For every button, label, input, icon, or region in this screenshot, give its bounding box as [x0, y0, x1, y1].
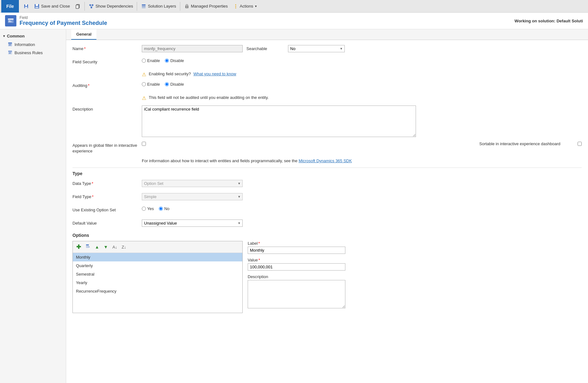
svg-rect-5 — [35, 7, 38, 8]
auditing-required: * — [88, 83, 89, 88]
option-detail-panel: Label* Value* Des — [248, 241, 582, 313]
toolbar: File Save and Close Show Dependencies So… — [0, 0, 588, 13]
svg-point-20 — [235, 6, 236, 7]
show-dependencies-button[interactable]: Show Dependencies — [86, 1, 135, 12]
option-value-input[interactable] — [248, 263, 345, 271]
edit-option-button[interactable] — [84, 243, 92, 251]
searchable-select[interactable]: No Yes — [288, 45, 345, 52]
auditing-enable-radio[interactable] — [142, 82, 146, 86]
options-list-panel: ✚ ▲ ▼ — [72, 241, 243, 313]
option-label-input[interactable] — [248, 247, 345, 254]
save-close-button[interactable]: Save and Close — [32, 1, 72, 12]
sort-asc-button[interactable]: A↓ — [111, 244, 119, 250]
field-security-row: Field Security Enable Disable — [72, 58, 582, 67]
auditing-disable[interactable]: Disable — [165, 82, 184, 87]
field-security-enable[interactable]: Enable — [142, 58, 160, 63]
copy-button[interactable] — [72, 1, 83, 12]
list-item[interactable]: RecurrenceFrequency — [73, 287, 242, 295]
solution-layers-button[interactable]: Solution Layers — [138, 1, 179, 12]
sdk-row: For information about how to interact wi… — [72, 158, 582, 163]
description-label: Description — [72, 106, 142, 111]
svg-rect-16 — [142, 7, 146, 8]
edit-option-icon — [85, 244, 90, 250]
list-item[interactable]: Semestral — [73, 270, 242, 278]
file-button[interactable]: File — [1, 0, 19, 13]
sort-desc-icon: Z↓ — [122, 245, 126, 249]
business-rules-icon — [8, 50, 13, 55]
auditing-control: Enable Disable — [142, 82, 582, 87]
description-row: Description iCal compliant recurrence fi… — [72, 106, 582, 137]
sidebar-item-information[interactable]: Information — [0, 40, 66, 49]
sidebar-item-business-rules[interactable]: Business Rules — [0, 49, 66, 57]
field-security-disable-radio[interactable] — [165, 59, 169, 63]
use-existing-yes[interactable]: Yes — [142, 206, 154, 211]
option-description-textarea[interactable] — [248, 280, 345, 308]
working-on-label: Working on solution: Default Soluti — [515, 19, 583, 23]
svg-rect-1 — [25, 4, 27, 6]
field-type-select[interactable]: Simple — [142, 193, 243, 200]
move-down-icon: ▼ — [104, 244, 108, 249]
description-textarea[interactable]: iCal compliant recurrence field — [142, 106, 416, 137]
sep2 — [137, 2, 137, 11]
tab-general[interactable]: General — [71, 29, 96, 40]
entity-name: Frequency of Payment Schedule — [20, 20, 107, 26]
page: Field Frequency of Payment Schedule Work… — [0, 13, 588, 383]
field-security-radio-group: Enable Disable — [142, 58, 184, 63]
option-label-field: Label* — [248, 241, 582, 254]
use-existing-no[interactable]: No — [159, 206, 170, 211]
svg-rect-14 — [142, 4, 146, 5]
appears-row: Appears in global filter in interactive … — [72, 141, 582, 154]
move-up-button[interactable]: ▲ — [93, 243, 101, 250]
default-value-select[interactable]: Unassigned Value Monthly Quarterly Semes… — [142, 220, 243, 227]
use-existing-yes-radio[interactable] — [142, 207, 146, 211]
business-rules-label: Business Rules — [14, 50, 43, 55]
auditing-enable-label: Enable — [147, 82, 160, 87]
sidebar-section-common[interactable]: ▼ Common — [0, 32, 66, 40]
actions-dropdown-arrow: ▼ — [255, 5, 257, 8]
entity-type: Field — [20, 15, 107, 20]
options-section-title: Options — [72, 233, 582, 238]
field-security-enable-radio[interactable] — [142, 59, 146, 63]
list-item[interactable]: Yearly — [73, 278, 242, 287]
field-security-warning-row: ⚠ Enabling field security? What you need… — [72, 71, 582, 77]
list-item[interactable]: Monthly — [73, 253, 242, 261]
option-value-required: * — [258, 258, 260, 262]
move-down-button[interactable]: ▼ — [102, 243, 110, 250]
add-option-button[interactable]: ✚ — [75, 243, 83, 251]
svg-rect-31 — [8, 51, 12, 52]
sort-desc-button[interactable]: Z↓ — [120, 244, 128, 250]
svg-rect-35 — [86, 244, 89, 245]
page-body: ▼ Common Information Business Rules Gene… — [0, 29, 588, 383]
sortable-checkbox[interactable] — [578, 142, 582, 146]
svg-point-19 — [235, 4, 236, 5]
data-type-label: Data Type* — [72, 180, 142, 186]
name-control-area: Searchable No Yes ▼ — [142, 45, 582, 52]
auditing-enable[interactable]: Enable — [142, 82, 160, 87]
name-label: Name* — [72, 45, 142, 51]
data-type-select[interactable]: Option Set — [142, 180, 243, 187]
name-input[interactable] — [142, 45, 243, 52]
list-item[interactable]: Quarterly — [73, 261, 242, 270]
field-type-select-wrapper: Simple ▼ — [142, 193, 243, 200]
sortable-label: Sortable in interactive experience dashb… — [479, 141, 574, 146]
appears-checkbox[interactable] — [142, 142, 146, 146]
auditing-disable-radio[interactable] — [165, 82, 169, 86]
field-security-disable[interactable]: Disable — [165, 58, 184, 63]
field-security-link[interactable]: What you need to know — [193, 71, 236, 76]
managed-properties-button[interactable]: Managed Properties — [182, 1, 230, 12]
field-security-warning-text: Enabling field security? — [149, 71, 191, 76]
move-up-icon: ▲ — [95, 244, 99, 249]
actions-label: Actions — [240, 4, 253, 9]
copy-icon — [75, 3, 81, 9]
field-security-disable-label: Disable — [170, 58, 184, 63]
actions-button[interactable]: Actions ▼ — [230, 1, 260, 12]
sidebar: ▼ Common Information Business Rules — [0, 29, 66, 383]
use-existing-no-radio[interactable] — [159, 207, 163, 211]
default-value-select-wrapper: Unassigned Value Monthly Quarterly Semes… — [142, 220, 243, 227]
use-existing-no-label: No — [164, 206, 170, 211]
type-section-title: Type — [72, 171, 582, 176]
svg-rect-2 — [25, 7, 27, 8]
sdk-link[interactable]: Microsoft Dynamics 365 SDK — [299, 158, 352, 163]
auditing-warning-row: ⚠ This field will not be audited until y… — [72, 95, 582, 101]
save-button[interactable] — [21, 1, 32, 12]
